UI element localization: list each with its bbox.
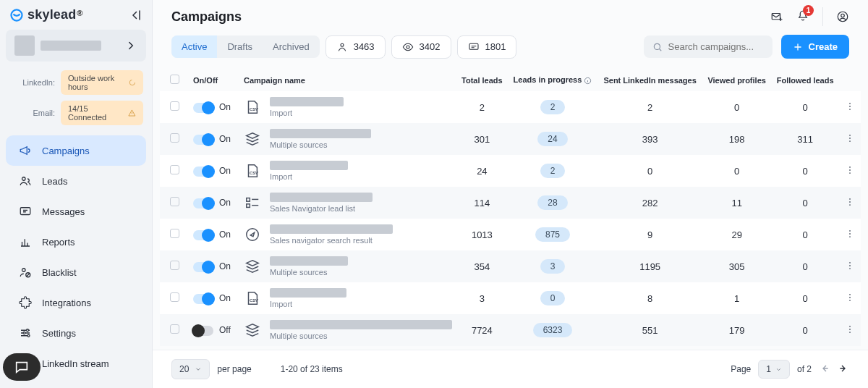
- row-menu-button[interactable]: [845, 294, 855, 305]
- on-off-toggle[interactable]: [193, 326, 213, 336]
- row-checkbox[interactable]: [170, 133, 179, 143]
- on-off-toggle[interactable]: [193, 198, 213, 208]
- svg-point-48: [849, 297, 851, 298]
- cell-leads-in-progress: 0: [540, 291, 566, 305]
- svg-point-22: [849, 102, 851, 104]
- next-page-button[interactable]: [838, 363, 849, 376]
- cell-sent-messages: 551: [597, 314, 702, 346]
- status-tabs: Active Drafts Archived: [171, 35, 320, 58]
- table-row[interactable]: OnMultiple sources354311953050: [160, 250, 861, 282]
- prev-page-button[interactable]: [819, 363, 830, 376]
- on-off-label: On: [219, 166, 231, 176]
- cell-viewed-profiles: 11: [702, 187, 771, 219]
- row-checkbox[interactable]: [170, 324, 179, 334]
- nav-settings[interactable]: Settings: [6, 318, 146, 348]
- row-checkbox[interactable]: [170, 165, 179, 174]
- row-menu-button[interactable]: [845, 135, 855, 146]
- table-row[interactable]: OnCSVImport22200: [160, 91, 861, 123]
- row-menu-button[interactable]: [845, 198, 855, 209]
- table-row[interactable]: OnCSVImport242000: [160, 155, 861, 187]
- table-row[interactable]: OnMultiple sources30124393198311: [160, 123, 861, 155]
- svg-point-23: [849, 106, 851, 107]
- collapse-sidebar-icon[interactable]: [129, 9, 142, 22]
- chat-icon: [468, 41, 480, 53]
- main: Campaigns 1 Active Drafts Archived: [152, 0, 868, 388]
- row-menu-button[interactable]: [845, 230, 855, 241]
- profile-icon[interactable]: [836, 10, 849, 23]
- svg-point-29: [849, 166, 851, 167]
- compass-icon: [244, 227, 260, 242]
- stat-total-leads: 3463: [326, 35, 386, 59]
- svg-point-1: [130, 80, 135, 85]
- page-select[interactable]: 1: [758, 360, 790, 379]
- users-icon: [19, 174, 32, 187]
- select-all-checkbox[interactable]: [170, 75, 179, 84]
- on-off-toggle[interactable]: [193, 166, 213, 177]
- create-button[interactable]: Create: [781, 35, 849, 59]
- invite-icon[interactable]: [770, 10, 783, 23]
- notifications-button[interactable]: 1: [796, 9, 809, 25]
- on-off-label: On: [219, 134, 231, 144]
- search-input[interactable]: [668, 41, 761, 52]
- svg-line-19: [659, 48, 661, 51]
- per-page-select[interactable]: 20: [171, 359, 210, 379]
- on-off-toggle[interactable]: [193, 294, 213, 304]
- svg-point-42: [849, 236, 851, 237]
- arrow-right-icon: [838, 363, 849, 374]
- kebab-icon: [845, 261, 855, 271]
- on-off-toggle[interactable]: [193, 262, 213, 272]
- cell-sent-messages: 0: [597, 155, 702, 187]
- nav-leads[interactable]: Leads: [6, 166, 146, 196]
- cell-leads-in-progress: 875: [535, 227, 570, 242]
- row-menu-button[interactable]: [845, 103, 855, 114]
- svg-point-36: [849, 198, 851, 199]
- tab-drafts[interactable]: Drafts: [217, 35, 263, 58]
- cell-viewed-profiles: 305: [702, 250, 771, 282]
- nav-integrations[interactable]: Integrations: [6, 287, 146, 318]
- nav-campaigns[interactable]: Campaigns: [6, 135, 146, 166]
- svg-point-15: [341, 43, 344, 46]
- table-row[interactable]: OnCSVImport30810: [160, 282, 861, 314]
- nav-messages[interactable]: Messages: [6, 196, 146, 227]
- cell-total-leads: 1013: [456, 219, 508, 250]
- row-checkbox[interactable]: [170, 197, 179, 206]
- svg-line-7: [27, 274, 30, 277]
- bar-chart-icon: [19, 235, 32, 248]
- row-checkbox[interactable]: [170, 261, 179, 270]
- chat-fab[interactable]: [3, 353, 41, 381]
- puzzle-icon: [19, 296, 32, 309]
- cell-viewed-profiles: 29: [702, 219, 771, 250]
- cell-followed-leads: 0: [771, 250, 839, 282]
- on-off-toggle[interactable]: [193, 103, 213, 113]
- row-checkbox[interactable]: [170, 292, 179, 302]
- svg-text:CSV: CSV: [250, 107, 258, 111]
- cell-viewed-profiles: 179: [702, 314, 771, 346]
- table-row[interactable]: OnSales Navigator lead list11428282110: [160, 187, 861, 219]
- cell-total-leads: 3: [456, 282, 508, 314]
- svg-point-5: [22, 269, 26, 272]
- svg-point-31: [849, 172, 851, 174]
- nav-blacklist[interactable]: Blacklist: [6, 257, 146, 287]
- campaign-name-placeholder: [270, 193, 373, 202]
- on-off-toggle[interactable]: [193, 135, 213, 145]
- kebab-icon: [845, 165, 855, 175]
- stack-icon: [244, 131, 260, 147]
- search-box[interactable]: [644, 35, 773, 58]
- table-row[interactable]: OffMultiple sources772463235511790: [160, 314, 861, 346]
- on-off-toggle[interactable]: [193, 230, 213, 240]
- row-checkbox[interactable]: [170, 101, 179, 111]
- user-name-placeholder: [41, 41, 101, 51]
- row-menu-button[interactable]: [845, 326, 855, 337]
- list-icon: [244, 195, 260, 211]
- tab-active[interactable]: Active: [171, 35, 217, 58]
- nav-reports[interactable]: Reports: [6, 227, 146, 257]
- row-menu-button[interactable]: [845, 262, 855, 273]
- row-checkbox[interactable]: [170, 229, 179, 238]
- tab-archived[interactable]: Archived: [263, 35, 320, 58]
- user-switcher[interactable]: [6, 30, 146, 62]
- table-row[interactable]: OnSales navigator search result101387592…: [160, 219, 861, 250]
- svg-point-14: [841, 14, 845, 17]
- cell-followed-leads: 0: [771, 187, 839, 219]
- kebab-icon: [845, 101, 855, 111]
- row-menu-button[interactable]: [845, 166, 855, 177]
